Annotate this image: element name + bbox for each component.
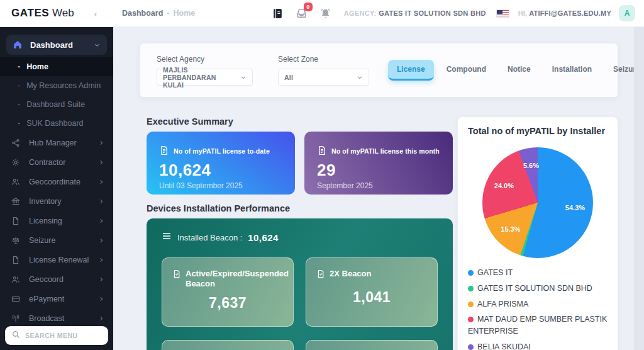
legend-item[interactable]: ALFA PRISMA (468, 298, 608, 310)
tab-installation[interactable]: Installation (543, 60, 601, 81)
legend-label: ALFA PRISMA (477, 300, 528, 308)
search-menu-input[interactable] (25, 332, 94, 339)
beacon-card-value: 7,637 (172, 295, 283, 312)
user-email: ATIFFI@GATES.EDU.MY (529, 9, 611, 17)
bell-icon[interactable] (319, 8, 331, 20)
chevron-down-icon (234, 74, 247, 81)
devices-panel: Installed Beacon : 10,624 Active/Expired… (147, 218, 453, 350)
breadcrumb: Dashboard - Home (122, 9, 195, 18)
breadcrumb-home: Home (173, 9, 195, 18)
hub-icon (11, 138, 21, 147)
sidebar-subitem-my-resources-admin[interactable]: My Resources Admin (0, 76, 113, 95)
pie-slice-label: 24.0% (494, 182, 514, 189)
sidebar-item-license-renewal[interactable]: License Renewal (0, 251, 113, 269)
beacon-card-label: 2X Beacon (330, 269, 371, 279)
chevron-right-icon (98, 237, 104, 244)
sidebar-item-label: Hub Manager (29, 138, 77, 147)
sidebar-subitem-suk-dashboard[interactable]: SUK Dashboard (0, 114, 113, 133)
users-icon (11, 178, 21, 186)
tab-compound[interactable]: Compound (438, 60, 495, 81)
summary-card: No of myPATIL license to-date10,624Until… (147, 132, 295, 195)
sidebar-item-label: Dashboard (30, 40, 73, 50)
filter-bar: Select Agency MAJLIS PERBANDARAN KULAI S… (140, 43, 618, 98)
legend-item[interactable]: GATES IT (468, 267, 608, 279)
zone-select[interactable]: All (278, 69, 369, 86)
beacon-card: Active/Expired/Suspended Beacon7,637 (162, 257, 294, 327)
addressbook-icon[interactable] (272, 8, 284, 20)
us-flag-icon[interactable] (496, 9, 509, 18)
sidebar-item-hub-manager[interactable]: Hub Manager (0, 133, 113, 152)
chevron-right-icon (98, 315, 104, 322)
sidebar-item-dashboard[interactable]: Dashboard (6, 35, 107, 55)
top-header: GATES Web ‹ Dashboard - Home 0 AGENCY: G… (0, 0, 644, 27)
zone-select-label: Select Zone (278, 55, 369, 64)
installed-beacon-counter: Installed Beacon : 10,624 (162, 231, 438, 244)
chart-title: Total no of myPATIL by Installer (468, 126, 608, 136)
avatar[interactable]: A (619, 5, 635, 21)
chevron-right-icon (98, 257, 104, 263)
summary-card-value: 29 (317, 161, 440, 180)
menu-icon (162, 231, 172, 244)
legend-item[interactable]: BELIA SKUDAI (468, 341, 608, 350)
sidebar-item-label: Inventory (29, 197, 61, 206)
sidebar-item-geocoordinate[interactable]: Geocoordinate (0, 172, 113, 191)
main-content: Select Agency MAJLIS PERBANDARAN KULAI S… (113, 27, 644, 350)
bank-icon (11, 197, 21, 206)
category-tabs: LicenseCompoundNoticeInstallationSeizure (388, 60, 644, 81)
inbox-icon[interactable]: 0 (295, 7, 308, 20)
summary-card-subtext: September 2025 (317, 181, 440, 190)
chevron-right-icon (98, 218, 104, 224)
legend-dot (468, 302, 474, 307)
pie-slice-label: 15.3% (501, 225, 520, 233)
chart-legend: GATES ITGATES IT SOLUTION SDN BHDALFA PR… (468, 267, 608, 350)
sidebar-item-label: Geocoord (29, 275, 64, 284)
pie-chart: 54.3%15.3%24.0%5.6% (482, 147, 593, 258)
counter-value: 10,624 (248, 232, 278, 243)
users-icon (11, 275, 21, 284)
home-icon (13, 40, 23, 50)
sidebar-subitem-dashboard-suite[interactable]: Dashboard Suite (0, 95, 113, 114)
zone-select-value: All (284, 74, 293, 81)
executive-summary-title: Executive Summary (147, 116, 453, 127)
chevron-right-icon (98, 179, 104, 185)
legend-label: GATES IT SOLUTION SDN BHD (477, 284, 592, 293)
file-icon (11, 256, 21, 264)
scrollbar-track[interactable] (634, 27, 644, 350)
sidebar-item-geocoord[interactable]: Geocoord (0, 270, 113, 289)
summary-card-subtext: Until 03 September 2025 (159, 181, 282, 190)
sidebar-item-broadcast[interactable]: Broadcast (0, 309, 113, 328)
agency-select[interactable]: MAJLIS PERBANDARAN KULAI (157, 69, 253, 86)
sidebar-item-epayment[interactable]: ePayment (0, 290, 113, 308)
sidebar-item-label: License Renewal (29, 256, 89, 264)
sidebar-search[interactable] (5, 326, 108, 345)
sidebar-item-label: ePayment (29, 295, 64, 303)
sidebar-item-licensing[interactable]: Licensing (0, 212, 113, 230)
agency-value: GATES IT SOLUTION SDN BHD (379, 9, 486, 17)
legend-dot (468, 317, 474, 322)
scale-icon (11, 236, 21, 245)
summary-card-value: 10,624 (159, 161, 282, 180)
sidebar-item-inventory[interactable]: Inventory (0, 192, 113, 211)
file-icon (11, 217, 21, 225)
sidebar-item-seizure[interactable]: Seizure (0, 231, 113, 250)
legend-item[interactable]: GATES IT SOLUTION SDN BHD (468, 283, 608, 295)
legend-label: GATES IT (477, 268, 513, 277)
file-text-icon (159, 145, 169, 157)
breadcrumb-dashboard[interactable]: Dashboard (122, 9, 163, 18)
antenna-icon (11, 314, 21, 323)
sidebar-item-label: Geocoordinate (29, 178, 80, 186)
gear-icon (11, 158, 21, 167)
beacon-card-label: Active/Expired/Suspended Beacon (186, 269, 289, 290)
legend-item[interactable]: MAT DAUD EMP SUMBER PLASTIK ENTERPRISE (468, 313, 608, 337)
zone-field: Select Zone All (278, 55, 369, 86)
counter-label: Installed Beacon : (177, 233, 242, 242)
app-logo: GATES Web (11, 7, 88, 20)
sidebar-item-contractor[interactable]: Contractor (0, 153, 113, 172)
sidebar-subitem-home[interactable]: Home (0, 57, 113, 76)
agency-label: AGENCY: (344, 9, 377, 17)
tab-license[interactable]: License (388, 60, 434, 81)
sidebar-collapse-icon[interactable]: ‹ (89, 8, 102, 19)
sidebar-item-label: Licensing (29, 217, 62, 225)
tab-notice[interactable]: Notice (499, 60, 540, 81)
agency-field: Select Agency MAJLIS PERBANDARAN KULAI (157, 55, 253, 86)
